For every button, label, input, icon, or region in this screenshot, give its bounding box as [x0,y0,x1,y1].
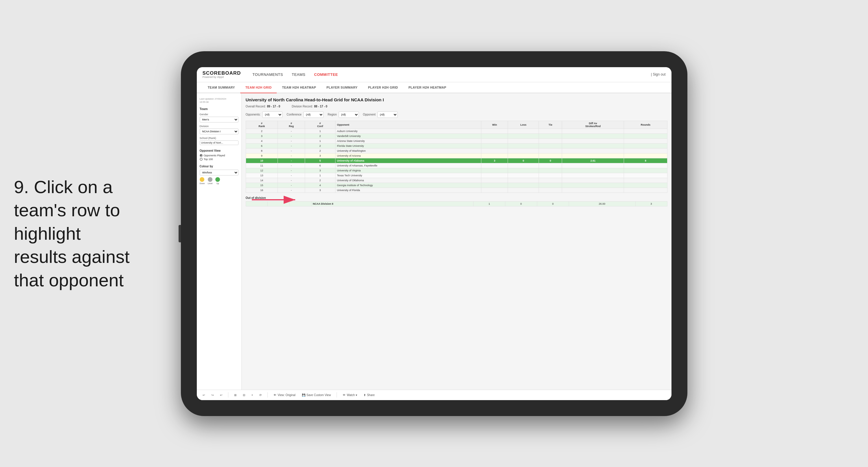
cell-reg: - [278,148,305,153]
cell-win [481,153,508,158]
opponents-filter-select[interactable]: (All) [262,112,282,118]
copy-button[interactable]: ⊞ [232,392,238,398]
navbar: SCOREBOARD Powered by clippd TOURNAMENTS… [197,67,672,82]
tab-player-summary[interactable]: PLAYER SUMMARY [321,82,363,93]
ood-rounds: 3 [635,201,667,206]
table-row[interactable]: 12-3University of Virginia [246,168,667,173]
watch-button[interactable]: 👁 Watch ▾ [341,392,359,398]
refresh-button[interactable]: ⟳ [257,392,264,398]
filter-row: Opponents: (All) Conference (All) [246,112,668,118]
view-icon: 👁 [274,393,276,397]
cell-diff [562,178,624,183]
sub-nav: TEAM SUMMARY TEAM H2H GRID TEAM H2H HEAT… [197,82,672,93]
conference-filter-label: Conference [286,113,302,116]
ood-opponent: NCAA Division II [311,201,473,206]
view-original-button[interactable]: 👁 View: Original [272,392,297,398]
table-row[interactable]: 11-6University of Arkansas, Fayetteville [246,163,667,168]
col-diff: Diff AvStrokes/Rnd [562,121,624,128]
undo-button[interactable]: ↩ [201,392,207,398]
cell-diff [562,183,624,187]
tab-team-summary[interactable]: TEAM SUMMARY [203,82,240,93]
table-row[interactable]: 13-1Texas Tech University [246,173,667,178]
region-filter-select[interactable]: (All) [339,112,359,118]
paste-button[interactable]: ⊟ [241,392,247,398]
cell-rank: 12 [246,168,278,173]
cell-tie [539,143,562,148]
opponent-filter-select[interactable]: (All) [377,112,398,118]
tab-player-h2h-heatmap[interactable]: PLAYER H2H HEATMAP [403,82,452,93]
conference-filter-select[interactable]: (All) [303,112,323,118]
cell-loss [508,178,539,183]
tablet-screen: SCOREBOARD Powered by clippd TOURNAMENTS… [197,67,672,400]
table-row[interactable]: 8-2University of Washington [246,148,667,153]
cell-opponent: Texas Tech University [336,173,481,178]
table-row[interactable]: 2-1Auburn University [246,128,667,134]
table-row[interactable]: 3-2Vanderbilt University [246,134,667,138]
sidebar-school-value: University of Nort... [200,140,239,145]
sidebar-colour-by-title: Colour by [200,165,239,168]
sidebar-gender-select[interactable]: Men's [200,117,239,122]
save-label: Save Custom View [307,393,331,397]
cell-tie [539,178,562,183]
view-label: View: Original [278,393,296,397]
cell-rank: 3 [246,134,278,138]
cell-conf: 5 [305,158,335,163]
out-of-division-row[interactable]: NCAA Division II 1 0 0 26.00 3 [246,201,667,206]
cell-tie [539,134,562,138]
cell-rank: 4 [246,138,278,143]
sidebar-school-label: School (Rank) [200,137,239,140]
report-title: University of North Carolina Head-to-Hea… [246,97,668,102]
cell-opponent: University of Washington [336,148,481,153]
sidebar-division-select[interactable]: NCAA Division I [200,128,239,134]
table-row[interactable]: 10-5University of Alabama3002.618 [246,158,667,163]
table-row[interactable]: 15-4Georgia Institute of Technology [246,183,667,187]
save-custom-view-button[interactable]: 💾 Save Custom View [300,392,333,398]
col-conf: #Conf [305,121,335,128]
cell-reg: - [278,158,305,163]
cell-rounds [624,128,667,134]
down-color-circle [200,177,204,182]
cell-opponent: Georgia Institute of Technology [336,183,481,187]
cell-tie [539,163,562,168]
radio-opponents-played[interactable]: Opponents Played [200,154,239,157]
filter-opponents: Opponents: (All) [246,112,283,118]
toolbar-bottom: ↩ ↪ ↩ ⊞ ⊟ + ⟳ 👁 View: Original 💾 Save Cu… [197,390,672,400]
cell-conf: 2 [305,143,335,148]
cell-loss [508,134,539,138]
cell-tie [539,153,562,158]
share-button[interactable]: ⬆ Share [362,392,376,398]
share-icon: ⬆ [364,393,366,397]
table-row[interactable]: 16-3University of Florida [246,187,667,193]
table-row[interactable]: 6-2Florida State University [246,143,667,148]
cell-reg: - [278,138,305,143]
sidebar-colour-by-select[interactable]: Win/loss [200,170,239,175]
ood-conf [289,201,311,206]
h2h-grid-table: #Rank #Reg #Conf Opponent Win Loss Tie D… [246,121,668,193]
nav-tournaments[interactable]: TOURNAMENTS [252,72,283,77]
table-row[interactable]: 14-2University of Oklahoma [246,178,667,183]
cell-reg: - [278,163,305,168]
sidebar-radio-group: Opponents Played Top 100 [200,154,239,161]
back-button[interactable]: ↩ [218,392,224,398]
sidebar-timestamp: Last Updated: 27/03/2024 16:55:38 [200,97,239,104]
redo-button[interactable]: ↪ [210,392,215,398]
table-row[interactable]: 4-1Arizona State University [246,138,667,143]
sign-out[interactable]: | Sign out [651,72,666,77]
nav-teams[interactable]: TEAMS [292,72,305,77]
cell-reg: - [278,168,305,173]
cell-reg: - [278,173,305,178]
filter-button[interactable]: + [250,392,255,398]
filter-opponent: Opponent (All) [363,112,398,118]
tab-player-h2h-grid[interactable]: PLAYER H2H GRID [363,82,403,93]
cell-win [481,168,508,173]
cell-conf: 3 [305,168,335,173]
step-number: 9. [14,177,29,197]
cell-tie [539,173,562,178]
cell-tie [539,187,562,193]
radio-top100[interactable]: Top 100 [200,158,239,161]
cell-diff [562,187,624,193]
tab-team-h2h-heatmap[interactable]: TEAM H2H HEATMAP [277,82,321,93]
tab-team-h2h-grid[interactable]: TEAM H2H GRID [240,82,277,93]
nav-committee[interactable]: COMMITTEE [314,72,338,77]
table-row[interactable]: 9-3University of Arizona [246,153,667,158]
